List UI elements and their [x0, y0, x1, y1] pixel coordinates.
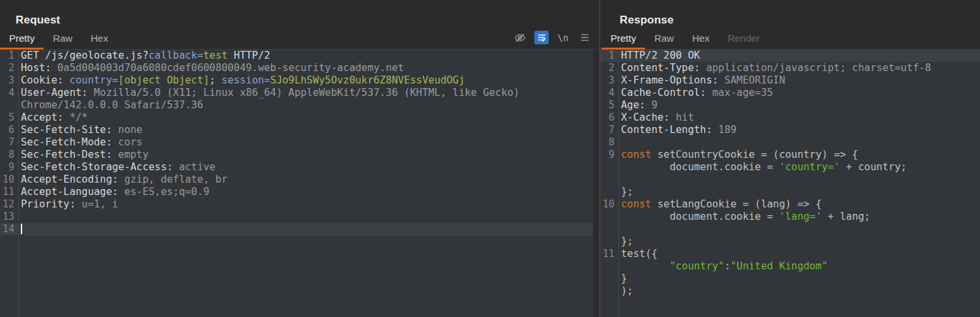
code-segment: X-Frame-Options:	[621, 74, 725, 86]
code-line[interactable]: 3Cookie: country=[object Object]; sessio…	[0, 74, 593, 87]
tab-hex[interactable]: Hex	[683, 29, 719, 50]
code-segment: document.cookie =	[621, 211, 779, 222]
line-number: 4	[600, 87, 614, 99]
code-line[interactable]: }	[600, 273, 980, 285]
code-line[interactable]: };	[600, 235, 980, 248]
code-segment: application/javascript; charset=utf-8	[706, 62, 931, 74]
menu-icon[interactable]	[577, 31, 592, 44]
code-line[interactable]	[600, 174, 980, 186]
code-segment: Cookie:	[21, 74, 70, 86]
code-content	[614, 174, 980, 186]
line-number	[600, 235, 614, 248]
code-content: Age: 9	[614, 99, 980, 112]
code-content: Content-Length: 189	[614, 124, 980, 136]
tab-hex[interactable]: Hex	[81, 29, 117, 50]
code-segment: 0a5d004003d70a6080cdef0600800049.web-sec…	[57, 62, 404, 74]
code-segment: 'lang='	[779, 211, 822, 222]
code-segment: };	[621, 186, 633, 198]
code-line[interactable]: 9Sec-Fetch-Storage-Access: active	[0, 161, 593, 174]
code-line[interactable]: 9const setCountryCookie = (country) => {	[600, 149, 980, 161]
code-content: Host: 0a5d004003d70a6080cdef0600800049.w…	[14, 62, 593, 74]
response-editor[interactable]: 1HTTP/2 200 OK2Content-Type: application…	[600, 50, 980, 317]
code-segment: Accept-Encoding:	[21, 174, 124, 185]
code-segment: HTTP/2	[227, 50, 270, 61]
code-line[interactable]: 1HTTP/2 200 OK	[600, 50, 980, 62]
code-line[interactable]	[600, 223, 980, 235]
code-segment: Age:	[621, 99, 652, 111]
code-content: X-Frame-Options: SAMEORIGIN	[614, 74, 980, 87]
response-title: Response	[620, 14, 674, 27]
code-content: Cookie: country=[object Object]; session…	[14, 74, 593, 87]
code-segment: Accept-Language:	[21, 186, 124, 198]
code-content: Sec-Fetch-Site: none	[14, 124, 593, 136]
code-segment: active	[179, 161, 216, 173]
line-number	[600, 223, 614, 235]
code-line[interactable]: 1GET /js/geolocate.js?callback=test HTTP…	[0, 50, 593, 62]
code-line[interactable]: 3X-Frame-Options: SAMEORIGIN	[600, 74, 980, 87]
code-content: HTTP/2 200 OK	[614, 50, 980, 62]
newline-icon[interactable]: \n	[556, 31, 570, 44]
code-line[interactable]: 7Sec-Fetch-Mode: cors	[0, 136, 593, 149]
code-segment: 189	[718, 124, 736, 136]
line-number: 5	[600, 99, 614, 112]
code-line[interactable]: 8Sec-Fetch-Dest: empty	[0, 149, 593, 161]
code-line[interactable]: "country":"United Kingdom"	[600, 260, 980, 273]
code-line[interactable]: 5Accept: */*	[0, 112, 593, 124]
code-line[interactable]: );	[600, 285, 980, 297]
tab-pretty[interactable]: Pretty	[0, 29, 44, 50]
tab-raw[interactable]: Raw	[44, 29, 81, 50]
code-line[interactable]: 5Age: 9	[600, 99, 980, 112]
code-line[interactable]: Chrome/142.0.0.0 Safari/537.36	[0, 99, 593, 112]
line-number: 11	[600, 248, 614, 260]
code-segment: test	[203, 50, 227, 61]
code-line[interactable]: 2Content-Type: application/javascript; c…	[600, 62, 980, 74]
line-number: 2	[0, 62, 14, 74]
code-line[interactable]: 14	[0, 223, 593, 235]
code-segment: SJo9LhSWy5Ovz0ukr6Z8NVEssVeudOGj	[270, 74, 465, 86]
code-line[interactable]: 7Content-Length: 189	[600, 124, 980, 136]
code-segment: const	[621, 149, 652, 160]
line-number: 6	[600, 112, 614, 124]
code-line[interactable]: 10Accept-Encoding: gzip, deflate, br	[0, 174, 593, 186]
code-segment: :	[725, 260, 730, 272]
line-number: 3	[0, 74, 14, 87]
code-line[interactable]: 12Priority: u=1, i	[0, 198, 593, 211]
line-number	[600, 273, 614, 285]
code-line[interactable]: 4User-Agent: Mozilla/5.0 (X11; Linux x86…	[0, 87, 593, 99]
response-panel: Response PrettyRawHexRender 1HTTP/2 200 …	[600, 0, 980, 317]
request-title: Request	[16, 14, 60, 27]
code-line[interactable]: 13	[0, 211, 593, 223]
code-segment: Sec-Fetch-Storage-Access:	[21, 161, 179, 173]
code-content: const setCountryCookie = (country) => {	[614, 149, 980, 161]
code-line[interactable]: 6X-Cache: hit	[600, 112, 980, 124]
code-segment: 'country='	[779, 161, 840, 173]
visibility-off-icon[interactable]	[513, 31, 527, 44]
code-content	[14, 211, 593, 223]
code-line[interactable]: 8	[600, 136, 980, 149]
code-line[interactable]: document.cookie = 'country=' + country;	[600, 161, 980, 174]
line-number: 7	[0, 136, 14, 149]
tab-pretty[interactable]: Pretty	[601, 29, 645, 50]
code-line[interactable]: document.cookie = 'lang=' + lang;	[600, 211, 980, 223]
code-line[interactable]: 4Cache-Control: max-age=35	[600, 87, 980, 99]
code-content: };	[614, 186, 980, 198]
code-line[interactable]: 11test({	[600, 248, 980, 260]
code-line[interactable]: 6Sec-Fetch-Site: none	[0, 124, 593, 136]
request-tabs: PrettyRawHex	[0, 29, 117, 50]
request-editor[interactable]: 1GET /js/geolocate.js?callback=test HTTP…	[0, 50, 593, 317]
soft-wrap-icon[interactable]	[534, 31, 549, 44]
line-number: 9	[600, 149, 614, 161]
tab-raw[interactable]: Raw	[645, 29, 683, 50]
code-line[interactable]: 10const setLangCookie = (lang) => {	[600, 198, 980, 211]
code-segment: + country;	[840, 161, 907, 173]
code-line[interactable]: 2Host: 0a5d004003d70a6080cdef0600800049.…	[0, 62, 593, 74]
code-line[interactable]: };	[600, 186, 980, 198]
line-number: 13	[0, 211, 14, 223]
code-segment: max-age=35	[712, 87, 773, 98]
line-number	[600, 186, 614, 198]
code-segment: Sec-Fetch-Mode:	[21, 136, 118, 148]
line-number: 11	[0, 186, 14, 198]
code-line[interactable]: 11Accept-Language: es-ES,es;q=0.9	[0, 186, 593, 198]
line-number: 8	[0, 149, 14, 161]
line-number	[0, 99, 14, 112]
